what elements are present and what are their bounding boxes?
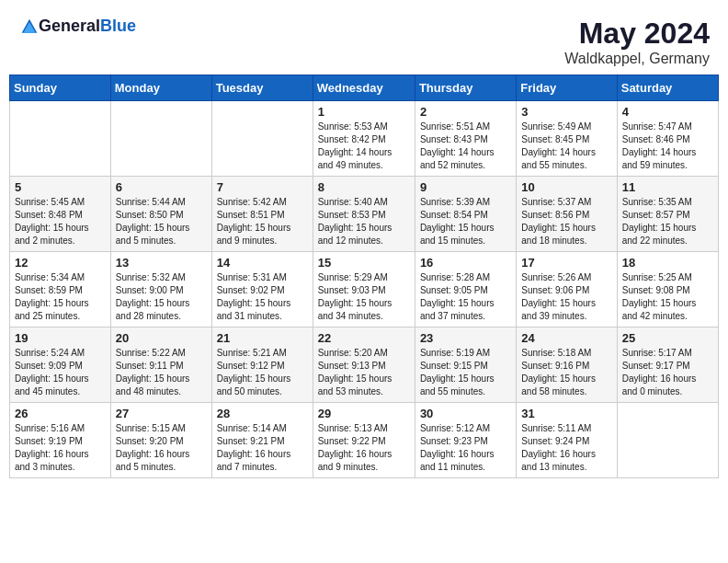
calendar-cell: 16Sunrise: 5:28 AM Sunset: 9:05 PM Dayli… <box>415 252 516 327</box>
day-info: Sunrise: 5:24 AM Sunset: 9:09 PM Dayligh… <box>15 347 106 398</box>
day-number: 25 <box>622 331 713 345</box>
day-info: Sunrise: 5:11 AM Sunset: 9:24 PM Dayligh… <box>521 422 611 474</box>
day-number: 19 <box>15 331 106 345</box>
calendar-cell: 28Sunrise: 5:14 AM Sunset: 9:21 PM Dayli… <box>211 403 313 478</box>
day-info: Sunrise: 5:32 AM Sunset: 9:00 PM Dayligh… <box>116 271 207 323</box>
day-info: Sunrise: 5:20 AM Sunset: 9:13 PM Dayligh… <box>318 347 410 398</box>
weekday-header-monday: Monday <box>110 75 211 101</box>
logo: GeneralBlue <box>18 17 136 36</box>
calendar-cell: 5Sunrise: 5:45 AM Sunset: 8:48 PM Daylig… <box>10 177 111 252</box>
calendar-cell: 29Sunrise: 5:13 AM Sunset: 9:22 PM Dayli… <box>313 403 415 478</box>
calendar-cell: 8Sunrise: 5:40 AM Sunset: 8:53 PM Daylig… <box>313 177 415 252</box>
day-info: Sunrise: 5:19 AM Sunset: 9:15 PM Dayligh… <box>420 347 511 398</box>
calendar-cell: 20Sunrise: 5:22 AM Sunset: 9:11 PM Dayli… <box>110 327 211 403</box>
calendar-cell: 1Sunrise: 5:53 AM Sunset: 8:42 PM Daylig… <box>313 101 415 177</box>
calendar-cell <box>211 101 313 177</box>
day-info: Sunrise: 5:49 AM Sunset: 8:45 PM Dayligh… <box>521 121 611 172</box>
day-number: 12 <box>15 256 106 270</box>
calendar-cell: 19Sunrise: 5:24 AM Sunset: 9:09 PM Dayli… <box>10 327 111 403</box>
day-number: 17 <box>521 256 611 270</box>
day-info: Sunrise: 5:22 AM Sunset: 9:11 PM Dayligh… <box>116 347 207 398</box>
day-number: 28 <box>217 407 308 420</box>
day-info: Sunrise: 5:34 AM Sunset: 8:59 PM Dayligh… <box>15 271 106 323</box>
calendar-cell: 3Sunrise: 5:49 AM Sunset: 8:45 PM Daylig… <box>517 101 617 177</box>
location-title: Waldkappel, Germany <box>564 51 710 67</box>
calendar-cell: 22Sunrise: 5:20 AM Sunset: 9:13 PM Dayli… <box>313 327 415 403</box>
day-info: Sunrise: 5:31 AM Sunset: 9:02 PM Dayligh… <box>217 271 308 323</box>
day-number: 8 <box>318 180 410 194</box>
calendar-cell: 15Sunrise: 5:29 AM Sunset: 9:03 PM Dayli… <box>313 252 415 327</box>
calendar-cell: 21Sunrise: 5:21 AM Sunset: 9:12 PM Dayli… <box>211 327 313 403</box>
calendar-cell: 31Sunrise: 5:11 AM Sunset: 9:24 PM Dayli… <box>517 403 617 478</box>
day-number: 21 <box>217 331 308 345</box>
logo-blue: Blue <box>100 17 136 35</box>
day-number: 18 <box>622 256 713 270</box>
calendar-cell: 13Sunrise: 5:32 AM Sunset: 9:00 PM Dayli… <box>110 252 211 327</box>
day-info: Sunrise: 5:12 AM Sunset: 9:23 PM Dayligh… <box>420 422 511 474</box>
day-info: Sunrise: 5:35 AM Sunset: 8:57 PM Dayligh… <box>622 196 713 247</box>
day-number: 6 <box>116 180 207 194</box>
calendar-cell: 7Sunrise: 5:42 AM Sunset: 8:51 PM Daylig… <box>211 177 313 252</box>
day-number: 30 <box>420 407 511 420</box>
day-info: Sunrise: 5:37 AM Sunset: 8:56 PM Dayligh… <box>521 196 611 247</box>
day-info: Sunrise: 5:39 AM Sunset: 8:54 PM Dayligh… <box>420 196 511 247</box>
calendar-cell: 23Sunrise: 5:19 AM Sunset: 9:15 PM Dayli… <box>415 327 516 403</box>
day-number: 9 <box>420 180 511 194</box>
weekday-header-thursday: Thursday <box>415 75 516 101</box>
day-info: Sunrise: 5:51 AM Sunset: 8:43 PM Dayligh… <box>420 121 511 172</box>
weekday-header-wednesday: Wednesday <box>313 75 415 101</box>
weekday-header-sunday: Sunday <box>10 75 111 101</box>
page-header: GeneralBlue May 2024 Waldkappel, Germany <box>9 9 719 71</box>
weekday-header-friday: Friday <box>517 75 617 101</box>
day-number: 23 <box>420 331 511 345</box>
day-info: Sunrise: 5:13 AM Sunset: 9:22 PM Dayligh… <box>318 422 410 474</box>
calendar-cell <box>617 403 718 478</box>
day-number: 13 <box>116 256 207 270</box>
day-info: Sunrise: 5:15 AM Sunset: 9:20 PM Dayligh… <box>116 422 207 474</box>
day-info: Sunrise: 5:29 AM Sunset: 9:03 PM Dayligh… <box>318 271 410 323</box>
calendar-table: SundayMondayTuesdayWednesdayThursdayFrid… <box>9 75 719 478</box>
calendar-cell: 11Sunrise: 5:35 AM Sunset: 8:57 PM Dayli… <box>617 177 718 252</box>
day-number: 16 <box>420 256 511 270</box>
calendar-cell: 26Sunrise: 5:16 AM Sunset: 9:19 PM Dayli… <box>10 403 111 478</box>
calendar-cell: 10Sunrise: 5:37 AM Sunset: 8:56 PM Dayli… <box>517 177 617 252</box>
calendar-cell: 24Sunrise: 5:18 AM Sunset: 9:16 PM Dayli… <box>517 327 617 403</box>
day-number: 11 <box>622 180 713 194</box>
day-info: Sunrise: 5:25 AM Sunset: 9:08 PM Dayligh… <box>622 271 713 323</box>
calendar-cell: 9Sunrise: 5:39 AM Sunset: 8:54 PM Daylig… <box>415 177 516 252</box>
calendar-cell <box>10 101 111 177</box>
day-number: 31 <box>521 407 611 420</box>
calendar-cell: 14Sunrise: 5:31 AM Sunset: 9:02 PM Dayli… <box>211 252 313 327</box>
day-number: 14 <box>217 256 308 270</box>
day-info: Sunrise: 5:26 AM Sunset: 9:06 PM Dayligh… <box>521 271 611 323</box>
day-info: Sunrise: 5:42 AM Sunset: 8:51 PM Dayligh… <box>217 196 308 247</box>
day-number: 7 <box>217 180 308 194</box>
logo-icon <box>20 17 39 36</box>
day-info: Sunrise: 5:14 AM Sunset: 9:21 PM Dayligh… <box>217 422 308 474</box>
calendar-cell: 17Sunrise: 5:26 AM Sunset: 9:06 PM Dayli… <box>517 252 617 327</box>
title-block: May 2024 Waldkappel, Germany <box>564 17 710 67</box>
calendar-cell: 27Sunrise: 5:15 AM Sunset: 9:20 PM Dayli… <box>110 403 211 478</box>
day-number: 4 <box>622 105 713 119</box>
calendar-cell <box>110 101 211 177</box>
day-info: Sunrise: 5:53 AM Sunset: 8:42 PM Dayligh… <box>318 121 410 172</box>
day-info: Sunrise: 5:16 AM Sunset: 9:19 PM Dayligh… <box>15 422 106 474</box>
day-number: 10 <box>521 180 611 194</box>
day-info: Sunrise: 5:18 AM Sunset: 9:16 PM Dayligh… <box>521 347 611 398</box>
day-info: Sunrise: 5:44 AM Sunset: 8:50 PM Dayligh… <box>116 196 207 247</box>
day-info: Sunrise: 5:47 AM Sunset: 8:46 PM Dayligh… <box>622 121 713 172</box>
day-number: 27 <box>116 407 207 420</box>
calendar-cell: 2Sunrise: 5:51 AM Sunset: 8:43 PM Daylig… <box>415 101 516 177</box>
day-number: 1 <box>318 105 410 119</box>
calendar-cell: 18Sunrise: 5:25 AM Sunset: 9:08 PM Dayli… <box>617 252 718 327</box>
day-number: 26 <box>15 407 106 420</box>
calendar-cell: 30Sunrise: 5:12 AM Sunset: 9:23 PM Dayli… <box>415 403 516 478</box>
day-number: 22 <box>318 331 410 345</box>
day-number: 29 <box>318 407 410 420</box>
weekday-header-saturday: Saturday <box>617 75 718 101</box>
day-number: 15 <box>318 256 410 270</box>
month-title: May 2024 <box>564 17 710 51</box>
day-number: 5 <box>15 180 106 194</box>
day-number: 24 <box>521 331 611 345</box>
day-info: Sunrise: 5:28 AM Sunset: 9:05 PM Dayligh… <box>420 271 511 323</box>
